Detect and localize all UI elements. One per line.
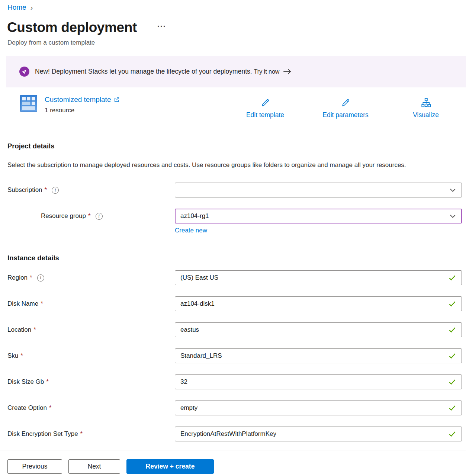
project-details-heading: Project details bbox=[0, 142, 466, 150]
check-icon bbox=[448, 430, 456, 438]
deployment-stacks-banner: New! Deployment Stacks let you manage th… bbox=[6, 56, 466, 87]
customized-template-link[interactable]: Customized template bbox=[45, 95, 120, 104]
resource-group-field-row: Resource group * i az104-rg1 bbox=[0, 209, 466, 223]
visualize-button[interactable]: Visualize bbox=[386, 95, 466, 119]
edit-parameters-label: Edit parameters bbox=[322, 111, 369, 119]
sku-field-row: Sku * Standard_LRS bbox=[0, 348, 466, 363]
banner-cta-label: Try it now bbox=[254, 68, 280, 75]
disk-name-label: Disk Name bbox=[7, 300, 38, 308]
required-asterisk: * bbox=[30, 274, 32, 282]
visualize-icon bbox=[421, 98, 431, 108]
disk-size-field-row: Disk Size Gb * 32 bbox=[0, 374, 466, 389]
required-asterisk: * bbox=[88, 212, 91, 220]
location-field-row: Location * eastus bbox=[0, 322, 466, 337]
visualize-label: Visualize bbox=[413, 111, 439, 119]
location-input[interactable]: eastus bbox=[175, 322, 462, 337]
arrow-right-icon bbox=[283, 68, 292, 75]
required-asterisk: * bbox=[46, 378, 49, 386]
sku-value: Standard_LRS bbox=[180, 352, 222, 360]
template-icon bbox=[20, 95, 37, 112]
required-asterisk: * bbox=[41, 300, 43, 308]
rocket-icon bbox=[19, 67, 29, 77]
required-asterisk: * bbox=[33, 326, 36, 334]
create-option-value: empty bbox=[180, 404, 197, 412]
edit-parameters-button[interactable]: Edit parameters bbox=[305, 95, 386, 119]
create-option-input[interactable]: empty bbox=[175, 401, 462, 415]
check-icon bbox=[448, 352, 456, 360]
region-input[interactable]: (US) East US bbox=[175, 270, 462, 285]
external-link-icon bbox=[113, 97, 120, 103]
create-option-label: Create Option bbox=[7, 404, 47, 412]
pencil-icon bbox=[260, 98, 270, 108]
disk-size-input[interactable]: 32 bbox=[175, 374, 462, 389]
template-link-label: Customized template bbox=[45, 95, 111, 104]
edit-template-button[interactable]: Edit template bbox=[225, 95, 305, 119]
disk-size-label: Disk Size Gb bbox=[7, 378, 44, 386]
resource-group-label: Resource group bbox=[41, 212, 86, 220]
check-icon bbox=[448, 326, 456, 334]
required-asterisk: * bbox=[20, 352, 23, 360]
required-asterisk: * bbox=[80, 430, 83, 438]
info-icon[interactable]: i bbox=[37, 274, 44, 282]
instance-details-heading: Instance details bbox=[0, 254, 466, 262]
chevron-down-icon bbox=[449, 213, 456, 220]
banner-try-it-now-link[interactable]: Try it now bbox=[254, 68, 292, 75]
tree-connector bbox=[14, 197, 36, 221]
check-icon bbox=[448, 378, 456, 386]
disk-name-value: az104-disk1 bbox=[180, 300, 215, 308]
create-option-field-row: Create Option * empty bbox=[0, 401, 466, 415]
page-subtitle: Deploy from a custom template bbox=[0, 39, 466, 46]
page-title: Custom deployment bbox=[7, 19, 137, 36]
disk-name-input[interactable]: az104-disk1 bbox=[175, 296, 462, 311]
page-content: Home › Custom deployment ··· Deploy from… bbox=[0, 0, 466, 450]
region-field-row: Region * i (US) East US bbox=[0, 270, 466, 285]
location-label: Location bbox=[7, 326, 31, 334]
check-icon bbox=[448, 404, 456, 412]
wizard-footer: Previous Next Review + create bbox=[0, 450, 466, 476]
region-value: (US) East US bbox=[180, 274, 218, 282]
breadcrumb-separator: › bbox=[30, 4, 33, 11]
check-icon bbox=[448, 274, 456, 282]
template-resource-count: 1 resource bbox=[45, 106, 120, 114]
breadcrumb: Home › bbox=[0, 0, 466, 12]
chevron-down-icon bbox=[449, 187, 456, 194]
subscription-label: Subscription bbox=[7, 186, 42, 194]
info-icon[interactable]: i bbox=[96, 213, 103, 220]
disk-name-field-row: Disk Name * az104-disk1 bbox=[0, 296, 466, 311]
sku-label: Sku bbox=[7, 352, 18, 360]
previous-button[interactable]: Previous bbox=[7, 459, 62, 474]
subscription-field-row: Subscription * i bbox=[0, 183, 466, 197]
disk-size-value: 32 bbox=[180, 378, 187, 386]
disk-encryption-set-type-value: EncryptionAtRestWithPlatformKey bbox=[180, 430, 276, 438]
required-asterisk: * bbox=[49, 404, 52, 412]
more-options-button[interactable]: ··· bbox=[157, 22, 166, 30]
review-create-button[interactable]: Review + create bbox=[126, 459, 214, 474]
next-button[interactable]: Next bbox=[68, 459, 120, 474]
banner-message: New! Deployment Stacks let you manage th… bbox=[35, 68, 252, 75]
check-icon bbox=[448, 300, 456, 308]
location-value: eastus bbox=[180, 326, 199, 334]
resource-group-value: az104-rg1 bbox=[180, 212, 209, 220]
disk-encryption-set-type-field-row: Disk Encryption Set Type * EncryptionAtR… bbox=[0, 427, 466, 441]
disk-encryption-set-type-label: Disk Encryption Set Type bbox=[7, 430, 78, 438]
subscription-select[interactable] bbox=[175, 183, 462, 197]
pencil-icon bbox=[341, 98, 351, 108]
region-label: Region bbox=[7, 274, 28, 282]
resource-group-select[interactable]: az104-rg1 bbox=[175, 209, 462, 223]
create-new-link[interactable]: Create new bbox=[175, 227, 207, 234]
breadcrumb-home[interactable]: Home bbox=[7, 3, 26, 12]
disk-encryption-set-type-input[interactable]: EncryptionAtRestWithPlatformKey bbox=[175, 427, 462, 441]
required-asterisk: * bbox=[45, 186, 47, 194]
info-icon[interactable]: i bbox=[52, 187, 59, 194]
edit-template-label: Edit template bbox=[246, 111, 284, 119]
project-details-description: Select the subscription to manage deploy… bbox=[0, 159, 441, 171]
sku-input[interactable]: Standard_LRS bbox=[175, 348, 462, 363]
